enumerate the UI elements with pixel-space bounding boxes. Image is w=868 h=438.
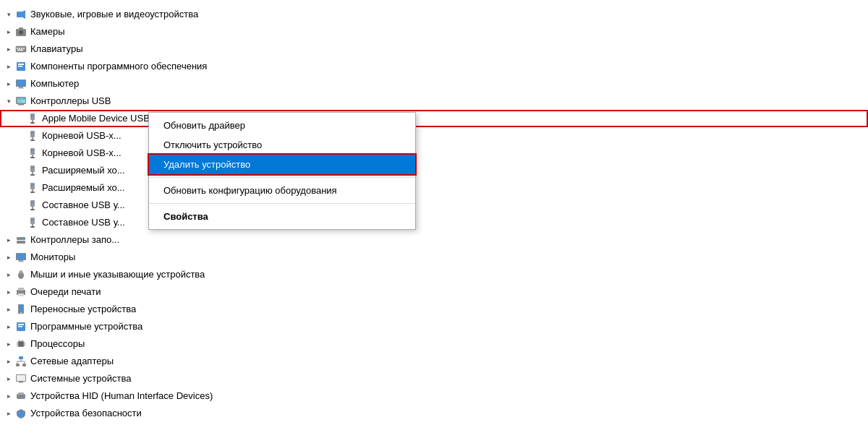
spacer-icon bbox=[14, 147, 26, 159]
security-icon bbox=[14, 407, 27, 420]
spacer-icon bbox=[14, 217, 26, 228]
tree-item-processors[interactable]: ▸Процессоры bbox=[0, 335, 868, 353]
storage-icon bbox=[14, 233, 27, 246]
tree-item-extended-2[interactable]: Расширяемый хо... bbox=[0, 179, 868, 197]
expand-icon[interactable]: ▸ bbox=[3, 286, 14, 298]
svg-rect-64 bbox=[18, 262, 24, 262]
expand-icon[interactable]: ▾ bbox=[3, 95, 14, 107]
usb-device-icon bbox=[26, 216, 39, 229]
svg-rect-0 bbox=[17, 12, 22, 17]
svg-rect-54 bbox=[30, 226, 35, 228]
menu-item-properties[interactable]: Свойства bbox=[149, 207, 415, 226]
svg-text:USB: USB bbox=[18, 99, 26, 103]
expand-icon[interactable]: ▸ bbox=[3, 356, 14, 367]
svg-rect-15 bbox=[17, 80, 25, 86]
expand-icon[interactable]: ▸ bbox=[3, 373, 14, 385]
expand-icon[interactable]: ▾ bbox=[3, 9, 14, 20]
tree-item-root-usb-2[interactable]: Корневой USB-х... bbox=[0, 145, 868, 162]
expand-icon[interactable]: ▸ bbox=[3, 26, 14, 38]
usb-device-icon bbox=[26, 181, 39, 194]
tree-item-usb-controllers[interactable]: ▾USBКонтроллеры USB bbox=[0, 93, 868, 110]
expand-icon[interactable]: ▸ bbox=[3, 78, 14, 90]
menu-separator bbox=[149, 203, 415, 204]
expand-icon[interactable]: ▸ bbox=[3, 408, 14, 419]
tree-item-print-queues[interactable]: ▸Очереди печати bbox=[0, 283, 868, 301]
tree-item-audio[interactable]: ▾Звуковые, игровые и видеоустройства bbox=[0, 6, 868, 23]
expand-icon[interactable]: ▸ bbox=[3, 304, 14, 315]
svg-rect-99 bbox=[18, 392, 24, 395]
tree-item-label: Контроллеры USB bbox=[30, 94, 868, 108]
usb-device-icon bbox=[26, 147, 39, 160]
menu-separator bbox=[149, 177, 415, 178]
usb-device-icon bbox=[26, 199, 39, 212]
tree-item-cameras[interactable]: ▸Камеры bbox=[0, 23, 868, 40]
spacer-icon bbox=[14, 165, 26, 176]
tree-item-software-devices[interactable]: ▸Программные устройства bbox=[0, 318, 868, 335]
svg-rect-12 bbox=[18, 64, 24, 65]
expand-icon[interactable]: ▸ bbox=[3, 234, 14, 246]
svg-rect-13 bbox=[18, 66, 22, 67]
tree-item-apple-usb[interactable]: Apple Mobile Device USB Driver bbox=[0, 110, 868, 127]
device-tree: ▾Звуковые, игровые и видеоустройства▸Кам… bbox=[0, 0, 868, 428]
network-icon bbox=[14, 355, 27, 368]
svg-rect-34 bbox=[30, 157, 35, 158]
tree-item-label: Мониторы bbox=[30, 250, 868, 265]
svg-rect-41 bbox=[31, 167, 34, 168]
tree-item-mice[interactable]: ▸Мыши и иные указывающие устройства bbox=[0, 266, 868, 283]
tree-item-monitors[interactable]: ▸Мониторы bbox=[0, 249, 868, 266]
menu-item-uninstall-device[interactable]: Удалить устройство bbox=[149, 155, 415, 174]
svg-point-100 bbox=[19, 396, 20, 398]
tree-item-network[interactable]: ▸Сетевые адаптеры bbox=[0, 353, 868, 370]
device-manager-window: ▾Звуковые, игровые и видеоустройства▸Кам… bbox=[0, 0, 868, 438]
keyboard-icon bbox=[14, 43, 27, 56]
expand-icon[interactable]: ▸ bbox=[3, 61, 14, 72]
tree-item-extended-1[interactable]: Расширяемый хо... bbox=[0, 162, 868, 179]
svg-rect-89 bbox=[16, 364, 20, 366]
menu-item-scan-hardware[interactable]: Обновить конфигурацию оборудования bbox=[149, 181, 415, 200]
svg-point-50 bbox=[31, 202, 33, 204]
tree-item-label: Устройства безопасности bbox=[30, 406, 868, 421]
tree-item-label: Компоненты программного обеспечения bbox=[30, 59, 868, 74]
menu-item-disable-device[interactable]: Отключить устройство bbox=[149, 135, 415, 155]
tree-item-root-usb-1[interactable]: Корневой USB-х... bbox=[0, 127, 868, 145]
hid-icon bbox=[14, 390, 27, 403]
menu-item-update-driver[interactable]: Обновить драйвер bbox=[149, 116, 415, 135]
tree-item-label: Программные устройства bbox=[30, 319, 868, 334]
svg-point-74 bbox=[20, 312, 22, 314]
tree-item-storage-controllers[interactable]: ▸Контроллеры запо... bbox=[0, 231, 868, 249]
expand-icon[interactable]: ▸ bbox=[3, 321, 14, 332]
computer-icon bbox=[14, 77, 27, 90]
expand-icon[interactable]: ▸ bbox=[3, 269, 14, 280]
cpu-icon bbox=[14, 338, 27, 351]
svg-rect-8 bbox=[21, 48, 22, 49]
tree-item-label: Процессоры bbox=[30, 337, 868, 351]
tree-item-system[interactable]: ▸Системные устройства bbox=[0, 370, 868, 387]
tree-item-composite-1[interactable]: Составное USB у... bbox=[0, 197, 868, 214]
expand-icon[interactable]: ▸ bbox=[3, 338, 14, 350]
expand-icon[interactable]: ▸ bbox=[3, 390, 14, 402]
tree-item-software[interactable]: ▸Компоненты программного обеспечения bbox=[0, 58, 868, 75]
svg-rect-90 bbox=[22, 364, 26, 366]
tree-item-hid[interactable]: ▸Устройства HID (Human Interface Devices… bbox=[0, 387, 868, 405]
svg-rect-10 bbox=[17, 50, 23, 51]
expand-icon[interactable]: ▸ bbox=[3, 252, 14, 263]
svg-rect-16 bbox=[19, 87, 23, 88]
svg-rect-56 bbox=[31, 219, 34, 220]
svg-rect-49 bbox=[30, 209, 35, 210]
software-icon bbox=[14, 320, 27, 333]
svg-rect-73 bbox=[19, 305, 23, 312]
tree-item-label: Камеры bbox=[30, 25, 868, 39]
svg-rect-79 bbox=[19, 342, 23, 346]
tree-item-label: Звуковые, игровые и видеоустройства bbox=[30, 7, 868, 22]
svg-rect-97 bbox=[19, 382, 23, 383]
camera-icon bbox=[14, 25, 27, 38]
tree-item-computer[interactable]: ▸Компьютер bbox=[0, 75, 868, 93]
tree-item-keyboards[interactable]: ▸Клавиатуры bbox=[0, 40, 868, 58]
tree-item-portable[interactable]: ▸Переносные устройства bbox=[0, 301, 868, 318]
tree-item-label: Системные устройства bbox=[30, 372, 868, 386]
svg-rect-96 bbox=[17, 375, 25, 381]
tree-item-composite-2[interactable]: Составное USB у... bbox=[0, 214, 868, 231]
expand-icon[interactable]: ▸ bbox=[3, 43, 14, 55]
svg-rect-69 bbox=[18, 288, 24, 291]
tree-item-security[interactable]: ▸Устройства безопасности bbox=[0, 405, 868, 422]
